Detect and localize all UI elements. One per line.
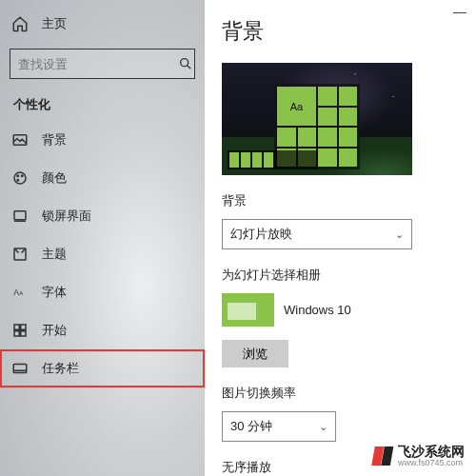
svg-rect-16 [13, 365, 27, 373]
svg-rect-7 [14, 211, 26, 220]
lockscreen-icon [11, 208, 29, 225]
picture-icon [11, 131, 29, 149]
watermark: 飞沙系统网 www.fs0745.com [369, 443, 468, 470]
svg-text:A: A [19, 290, 23, 296]
window-controls: — [453, 4, 466, 19]
album-row[interactable]: Windows 10 [222, 293, 465, 327]
svg-rect-13 [21, 325, 26, 329]
select-value: 幻灯片放映 [230, 226, 292, 243]
select-value: 30 分钟 [230, 418, 272, 435]
svg-point-5 [22, 175, 24, 177]
sidebar-item-label: 锁屏界面 [42, 208, 91, 225]
svg-point-3 [14, 172, 26, 184]
themes-icon [11, 246, 29, 263]
page-title: 背景 [222, 17, 465, 46]
interval-select[interactable]: 30 分钟 ⌄ [222, 411, 336, 442]
home-label: 主页 [42, 15, 67, 32]
svg-point-0 [181, 59, 188, 67]
sidebar-item-label: 任务栏 [42, 360, 79, 377]
svg-rect-14 [14, 331, 19, 336]
sidebar-item-taskbar[interactable]: 任务栏 [0, 349, 205, 387]
minimize-button[interactable]: — [453, 4, 466, 19]
svg-text:A: A [13, 288, 19, 297]
preview-tile-text: Aa [277, 87, 316, 126]
main-panel: — 背景 Aa 背景 幻灯片放映 ⌄ 为幻灯片选择相册 Windows 10 浏 [205, 0, 476, 476]
svg-point-6 [17, 180, 19, 182]
watermark-logo-icon [371, 446, 394, 466]
desktop-preview: Aa [222, 63, 412, 175]
sidebar-item-lockscreen[interactable]: 锁屏界面 [0, 197, 205, 235]
browse-button[interactable]: 浏览 [222, 340, 288, 368]
album-thumbnail [222, 293, 274, 327]
fonts-icon: AA [11, 284, 29, 301]
chevron-down-icon: ⌄ [395, 228, 404, 241]
search-icon [178, 56, 193, 71]
svg-rect-12 [14, 325, 19, 329]
search-input-wrap[interactable] [10, 49, 195, 79]
search-input[interactable] [18, 57, 178, 71]
sidebar-item-label: 颜色 [42, 169, 67, 187]
background-type-select[interactable]: 幻灯片放映 ⌄ [222, 219, 412, 249]
sidebar: 主页 个性化 背景 颜色 锁屏界面 [0, 0, 205, 476]
start-icon [11, 322, 29, 339]
sidebar-item-label: 开始 [42, 322, 67, 339]
taskbar-icon [11, 360, 29, 377]
svg-point-4 [17, 175, 19, 177]
sidebar-item-background[interactable]: 背景 [0, 121, 205, 159]
home-icon [11, 15, 29, 32]
svg-rect-15 [21, 331, 26, 336]
home-nav[interactable]: 主页 [0, 5, 205, 43]
sidebar-item-fonts[interactable]: AA 字体 [0, 273, 205, 311]
background-label: 背景 [222, 192, 465, 209]
sidebar-item-label: 字体 [42, 284, 67, 301]
watermark-title: 飞沙系统网 [398, 445, 465, 459]
watermark-url: www.fs0745.com [398, 459, 465, 468]
sidebar-item-colors[interactable]: 颜色 [0, 159, 205, 197]
sidebar-item-themes[interactable]: 主题 [0, 235, 205, 273]
palette-icon [11, 169, 29, 187]
section-title: 个性化 [0, 87, 205, 121]
interval-label: 图片切换频率 [222, 385, 465, 402]
album-label: 为幻灯片选择相册 [222, 267, 465, 284]
sidebar-item-start[interactable]: 开始 [0, 311, 205, 349]
svg-line-1 [188, 66, 191, 69]
chevron-down-icon: ⌄ [319, 421, 327, 433]
album-name: Windows 10 [284, 303, 351, 317]
sidebar-item-label: 主题 [42, 246, 67, 263]
sidebar-item-label: 背景 [42, 131, 67, 149]
